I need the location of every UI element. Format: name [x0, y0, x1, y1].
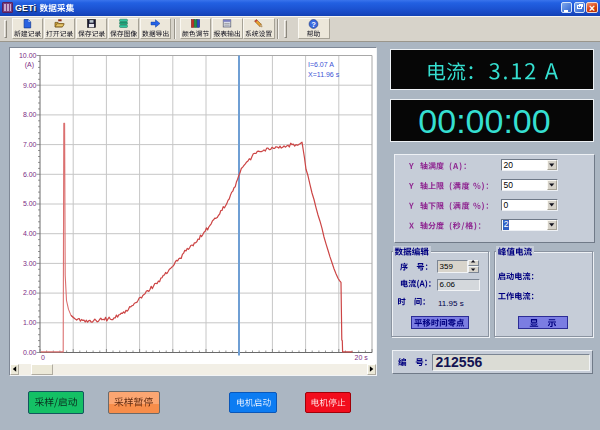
svg-text:20 s: 20 s [355, 354, 369, 361]
svg-text:2.00: 2.00 [23, 289, 37, 296]
svg-text:9.00: 9.00 [23, 82, 37, 89]
svg-text:X=11.96 s: X=11.96 s [308, 71, 340, 78]
svg-text:1.00: 1.00 [23, 319, 37, 326]
svg-text:3.00: 3.00 [23, 260, 37, 267]
svg-text:0.00: 0.00 [23, 349, 37, 356]
svg-text:I=6.07 A: I=6.07 A [308, 61, 334, 68]
svg-text:8.00: 8.00 [23, 111, 37, 118]
svg-text:5.00: 5.00 [23, 200, 37, 207]
svg-text:?: ? [311, 20, 316, 29]
svg-text:6.00: 6.00 [23, 171, 37, 178]
svg-text:(A): (A) [25, 61, 34, 69]
svg-text:0: 0 [41, 354, 45, 361]
svg-text:4.00: 4.00 [23, 230, 37, 237]
svg-text:7.00: 7.00 [23, 141, 37, 148]
svg-text:10.00: 10.00 [19, 52, 37, 59]
